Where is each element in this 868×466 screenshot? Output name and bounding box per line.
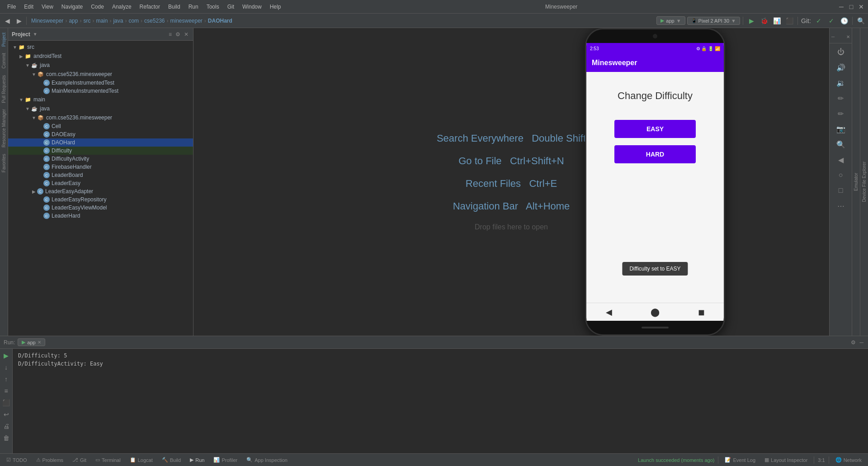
breadcrumb-app[interactable]: app: [69, 18, 78, 24]
breadcrumb-com[interactable]: com: [128, 18, 139, 24]
power-icon[interactable]: ⏻: [834, 45, 848, 59]
breadcrumb-java[interactable]: java: [113, 18, 123, 24]
git-icon[interactable]: Git:: [801, 15, 811, 26]
stop-icon[interactable]: ⬛: [784, 15, 795, 26]
debug-icon[interactable]: 🐞: [759, 15, 769, 26]
run-settings-icon[interactable]: ⚙: [850, 338, 857, 347]
device-file-sidebar[interactable]: Device File Explorer: [860, 28, 868, 336]
tree-item-package-main[interactable]: ▼ 📦 com.cse5236.minesweeper: [8, 113, 193, 122]
status-item-run[interactable]: ▶ Run: [187, 456, 207, 464]
run-minimize-icon[interactable]: ─: [859, 338, 864, 347]
tree-item-java-main[interactable]: ▼ ☕ java: [8, 104, 193, 113]
panel-dropdown[interactable]: ▼: [33, 32, 38, 37]
tree-item-daohard[interactable]: C DAOHard: [8, 138, 193, 147]
circle-icon[interactable]: ○: [834, 168, 848, 182]
close-button[interactable]: ✕: [858, 4, 864, 10]
device-selector[interactable]: 📱 Pixel 2 API 30 ▼: [687, 17, 740, 25]
app-selector[interactable]: ▶ app ▼: [656, 16, 685, 25]
sidebar-tab-pull-requests[interactable]: Pull Requests: [0, 72, 7, 106]
breadcrumb-main[interactable]: main: [96, 18, 108, 24]
tree-item-androidtest[interactable]: ▶ 📁 androidTest: [8, 52, 193, 61]
zoom-icon[interactable]: 🔍: [834, 138, 848, 151]
status-item-network[interactable]: 🌐 Network: [833, 456, 864, 464]
status-item-build[interactable]: 🔨 Build: [159, 456, 184, 464]
run-wrap-icon[interactable]: ↩: [1, 409, 11, 419]
volume-down-icon[interactable]: 🔉: [834, 76, 848, 90]
breadcrumb-src[interactable]: src: [83, 18, 90, 24]
minimize-button[interactable]: ─: [838, 4, 844, 10]
git-check2[interactable]: ✓: [826, 15, 837, 26]
tree-item-cell[interactable]: C Cell: [8, 122, 193, 130]
forward-nav-icon[interactable]: ▶: [14, 15, 24, 26]
back-nav-icon[interactable]: ◀: [2, 15, 13, 26]
phone-hard-button[interactable]: HARD: [614, 145, 696, 163]
menu-build[interactable]: Build: [165, 3, 184, 11]
status-item-event-log[interactable]: 📝 Event Log: [722, 456, 758, 464]
emulator-sidebar[interactable]: Emulator: [852, 28, 860, 336]
run-icon[interactable]: ▶: [746, 15, 757, 26]
tree-item-leaderboard[interactable]: C LeaderBoard: [8, 171, 193, 179]
menu-view[interactable]: View: [38, 3, 57, 11]
status-item-git[interactable]: ⎇ Git: [70, 456, 89, 464]
tree-item-leadereasyvm[interactable]: C LeaderEasyViewModel: [8, 204, 193, 212]
status-item-logcat[interactable]: 📋 Logcat: [127, 456, 156, 464]
menu-refactor[interactable]: Refactor: [136, 3, 164, 11]
menu-tools[interactable]: Tools: [203, 3, 223, 11]
menu-run[interactable]: Run: [185, 3, 202, 11]
rotate-icon[interactable]: ✏: [834, 91, 848, 105]
menu-git[interactable]: Git: [224, 3, 238, 11]
maximize-button[interactable]: □: [848, 4, 854, 10]
menu-navigate[interactable]: Navigate: [58, 3, 86, 11]
git-check1[interactable]: ✓: [813, 15, 824, 26]
search-nav-icon[interactable]: 🔍: [855, 15, 866, 26]
menu-analyze[interactable]: Analyze: [108, 3, 135, 11]
erase-icon[interactable]: ✏: [834, 107, 848, 120]
run-filter-icon[interactable]: ≡: [1, 386, 11, 396]
phone-easy-button[interactable]: EASY: [614, 120, 696, 138]
phone-home-btn[interactable]: ⬤: [651, 307, 660, 317]
tree-item-java-android[interactable]: ▼ ☕ java: [8, 61, 193, 70]
tree-item-difficulty[interactable]: C Difficulty: [8, 147, 193, 155]
sidebar-tab-project[interactable]: Project: [0, 30, 7, 49]
menu-window[interactable]: Window: [239, 3, 265, 11]
tree-item-leadereasyad[interactable]: ▶ C LeaderEasyAdapter: [8, 187, 193, 195]
more-icon[interactable]: ⋯: [834, 199, 848, 213]
run-play-icon[interactable]: ▶: [1, 351, 11, 361]
run-print-icon[interactable]: 🖨: [1, 421, 11, 431]
status-item-layout-inspector[interactable]: ▦ Layout Inspector: [762, 456, 810, 464]
sidebar-tab-commit[interactable]: Commit: [0, 50, 7, 71]
volume-up-icon[interactable]: 🔊: [834, 61, 848, 74]
tree-item-daoeasy[interactable]: C DAOEasy: [8, 130, 193, 138]
tree-item-leadereasy[interactable]: C LeaderEasy: [8, 179, 193, 187]
tree-item-example-test[interactable]: C ExampleInstrumentedTest: [8, 79, 193, 87]
back-icon[interactable]: ◀: [834, 153, 848, 166]
menu-edit[interactable]: Edit: [20, 3, 37, 11]
tree-item-main[interactable]: ▼ 📁 main: [8, 95, 193, 104]
tree-item-leadereasyrepo[interactable]: C LeaderEasyRepository: [8, 195, 193, 204]
panel-close[interactable]: ✕: [183, 30, 189, 38]
run-trash-icon[interactable]: 🗑: [1, 433, 11, 443]
sidebar-tab-resource-manager[interactable]: Resource Manager: [0, 106, 7, 150]
tree-item-firebasehandler[interactable]: C FirebaseHandler: [8, 163, 193, 171]
menu-help[interactable]: Help: [266, 3, 285, 11]
breadcrumb-minesweeper[interactable]: Minesweeper: [31, 18, 63, 24]
sidebar-tab-favorites[interactable]: Favorites: [0, 151, 7, 175]
tree-item-package-android[interactable]: ▼ 📦 com.cse5236.minesweeper: [8, 70, 193, 79]
phone-back-btn[interactable]: ◀: [606, 307, 612, 317]
profile-icon[interactable]: 📊: [771, 15, 782, 26]
square-icon[interactable]: □: [834, 184, 848, 197]
tree-item-leaderhard[interactable]: C LeaderHard: [8, 212, 193, 220]
git-history[interactable]: 🕒: [839, 15, 849, 26]
screenshot-icon[interactable]: 📷: [834, 122, 848, 136]
status-item-todo[interactable]: ☑ TODO: [4, 456, 30, 464]
status-item-app-inspection[interactable]: 🔍 App Inspection: [244, 456, 290, 464]
run-step-up[interactable]: ↑: [1, 374, 11, 384]
run-step-down[interactable]: ↓: [1, 362, 11, 372]
tree-item-mainmenu-test[interactable]: C MainMenuInstrumentedTest: [8, 87, 193, 95]
breadcrumb-cse5236[interactable]: cse5236: [144, 18, 165, 24]
menu-file[interactable]: File: [4, 3, 19, 11]
phone-recents-btn[interactable]: ◼: [698, 307, 705, 317]
breadcrumb-current[interactable]: DAOHard: [208, 18, 232, 24]
menu-code[interactable]: Code: [87, 3, 108, 11]
tree-item-src[interactable]: ▼ 📁 src: [8, 43, 193, 52]
